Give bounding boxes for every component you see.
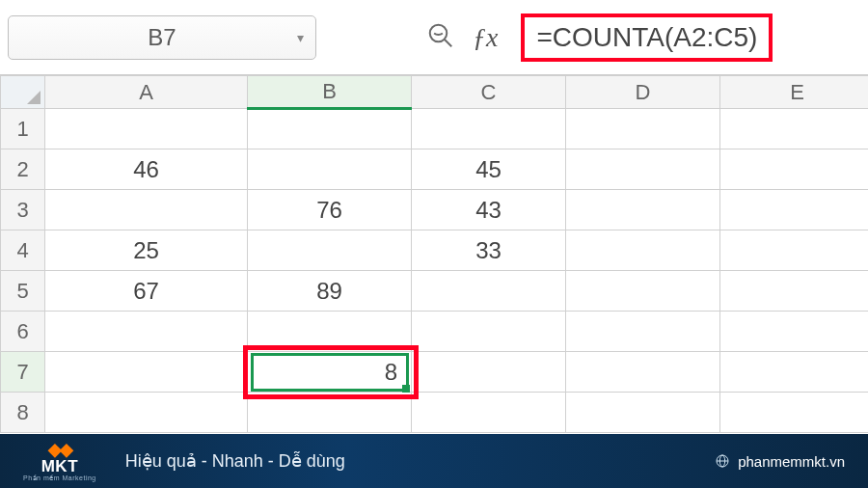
logo-icon: ◆◆	[48, 441, 71, 458]
cell-D4[interactable]	[566, 230, 720, 271]
row-header-8[interactable]: 8	[1, 393, 45, 433]
row-header-3[interactable]: 3	[1, 190, 45, 230]
cell-A8[interactable]	[45, 393, 248, 433]
formula-input[interactable]: =COUNTA(A2:C5)	[521, 14, 773, 62]
svg-point-0	[430, 24, 448, 41]
cell-B1[interactable]	[248, 109, 412, 149]
cell-E3[interactable]	[720, 190, 869, 230]
cell-E7[interactable]	[720, 352, 869, 393]
cell-C7[interactable]	[412, 352, 566, 393]
cell-B7[interactable]: 8	[248, 352, 412, 393]
column-header-row: A B C D E	[1, 76, 869, 109]
cell-D2[interactable]	[566, 149, 720, 190]
brand-logo: ◆◆ MKT Phần mềm Marketing	[23, 441, 96, 481]
row-header-1[interactable]: 1	[1, 109, 45, 149]
row-header-7[interactable]: 7	[1, 352, 45, 393]
cell-D5[interactable]	[566, 271, 720, 312]
cell-A2[interactable]: 46	[45, 149, 248, 190]
chevron-down-icon[interactable]: ▾	[297, 30, 304, 45]
footer-site-text: phanmemmkt.vn	[738, 453, 845, 470]
col-header-A[interactable]: A	[45, 76, 248, 109]
cell-D8[interactable]	[566, 393, 720, 433]
cell-B5[interactable]: 89	[248, 271, 412, 312]
cell-A5[interactable]: 67	[45, 271, 248, 312]
cell-E4[interactable]	[720, 230, 869, 271]
cell-E1[interactable]	[720, 109, 869, 149]
spreadsheet-grid[interactable]: A B C D E 1 2 46 45	[0, 75, 868, 433]
row-header-6[interactable]: 6	[1, 312, 45, 352]
cell-E6[interactable]	[720, 312, 869, 352]
cell-C5[interactable]	[412, 271, 566, 312]
col-header-D[interactable]: D	[566, 76, 720, 109]
select-all-corner[interactable]	[1, 76, 45, 109]
cell-A6[interactable]	[45, 312, 248, 352]
footer-bar: ◆◆ MKT Phần mềm Marketing Hiệu quả - Nha…	[0, 434, 868, 488]
cell-D1[interactable]	[566, 109, 720, 149]
row-header-2[interactable]: 2	[1, 149, 45, 190]
cell-A3[interactable]	[45, 190, 248, 230]
cell-B4[interactable]	[248, 230, 412, 271]
cell-A1[interactable]	[45, 109, 248, 149]
col-header-B[interactable]: B	[248, 76, 412, 109]
footer-tagline: Hiệu quả - Nhanh - Dễ dùng	[125, 450, 345, 472]
row-header-5[interactable]: 5	[1, 271, 45, 312]
formula-text: =COUNTA(A2:C5)	[536, 22, 757, 53]
preview-icon[interactable]	[426, 21, 455, 54]
formula-bar-area: B7 ▾ ƒx =COUNTA(A2:C5)	[0, 0, 868, 75]
svg-line-1	[445, 39, 452, 46]
cell-C6[interactable]	[412, 312, 566, 352]
name-box[interactable]: B7 ▾	[8, 15, 316, 60]
name-box-value: B7	[148, 24, 176, 51]
globe-icon	[715, 453, 730, 469]
cell-B6[interactable]	[248, 312, 412, 352]
cell-D6[interactable]	[566, 312, 720, 352]
cell-B8[interactable]	[248, 393, 412, 433]
cell-C8[interactable]	[412, 393, 566, 433]
cell-A4[interactable]: 25	[45, 230, 248, 271]
cell-D7[interactable]	[566, 352, 720, 393]
cell-E5[interactable]	[720, 271, 869, 312]
cell-A7[interactable]	[45, 352, 248, 393]
cell-E2[interactable]	[720, 149, 869, 190]
cell-B3[interactable]: 76	[248, 190, 412, 230]
cell-D3[interactable]	[566, 190, 720, 230]
cell-E8[interactable]	[720, 393, 869, 433]
col-header-E[interactable]: E	[720, 76, 869, 109]
cell-B2[interactable]	[248, 149, 412, 190]
footer-site-link[interactable]: phanmemmkt.vn	[715, 453, 845, 470]
cell-C3[interactable]: 43	[412, 190, 566, 230]
col-header-C[interactable]: C	[412, 76, 566, 109]
fx-icon[interactable]: ƒx	[473, 22, 498, 53]
row-header-4[interactable]: 4	[1, 230, 45, 271]
cell-C1[interactable]	[412, 109, 566, 149]
logo-text: MKT	[41, 458, 78, 474]
cell-C4[interactable]: 33	[412, 230, 566, 271]
cell-C2[interactable]: 45	[412, 149, 566, 190]
logo-subtitle: Phần mềm Marketing	[23, 474, 96, 481]
